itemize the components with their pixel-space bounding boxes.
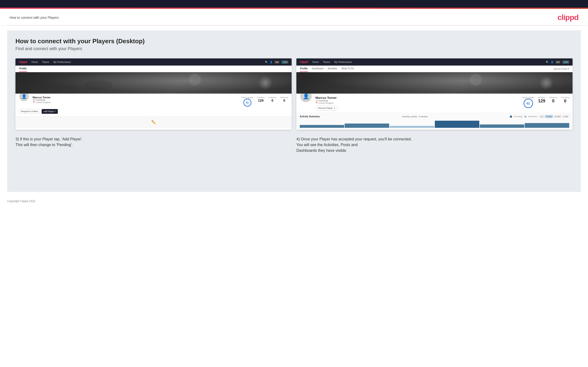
- stat-following-right: Following 0: [561, 96, 569, 104]
- main-title: How to connect with your Players (Deskto…: [16, 38, 572, 45]
- search-icon-left[interactable]: 🔍: [265, 61, 268, 63]
- activity-header: Activity Summary Monthly Activity · 6 Mo…: [300, 115, 569, 118]
- location-icon-left: 📍: [33, 101, 35, 104]
- app-tabs-right: Profile Dashboard Activities What To On …: [296, 66, 572, 72]
- page-footer: Copyright Clippd 2022: [0, 197, 588, 206]
- activity-legend: On course Off course: [510, 116, 537, 117]
- chart-bar-6: [525, 123, 569, 128]
- profile-buttons-left: Request to Follow Add Player +: [16, 109, 292, 116]
- description-left: 3) If this is your Player tap, 'Add Play…: [16, 136, 292, 153]
- svg-rect-3: [296, 72, 572, 94]
- edit-icon-left: ✏️: [151, 120, 156, 125]
- chart-bar-2: [345, 124, 389, 128]
- period-6mths[interactable]: 6 mths: [545, 115, 553, 118]
- screenshot-left: clippd Home Teams My Performance 🔍 👤 ⊕▾ …: [16, 58, 292, 130]
- quality-circle-right: 92: [524, 99, 533, 108]
- stat-followers-right: Followers 0: [549, 96, 557, 104]
- nav-home-right[interactable]: Home: [312, 61, 319, 63]
- period-1mth[interactable]: 1 mth: [562, 115, 569, 118]
- tab-whattoon-right[interactable]: What To On: [341, 66, 355, 72]
- svg-point-4: [470, 74, 482, 86]
- chart-bar-5: [480, 125, 524, 128]
- app-logo-left: clippd: [19, 60, 27, 64]
- remove-player-button[interactable]: Remove Player ✕: [315, 106, 338, 110]
- profile-banner-right: [296, 72, 572, 94]
- add-player-button[interactable]: Add Player +: [42, 109, 58, 114]
- legend-on-label: On course: [514, 116, 523, 117]
- player-location-left: 📍 United Kingdom: [33, 101, 238, 104]
- period-1yr[interactable]: 1 yr: [539, 115, 545, 118]
- profile-banner-left: [16, 72, 292, 94]
- tab-playername-right[interactable]: Marcus Turner ▾: [553, 68, 569, 70]
- profile-info-right: 👤 Marcus Turner 1-5 Handicap 📍 United Ki…: [296, 94, 572, 113]
- svg-rect-0: [16, 72, 292, 94]
- descriptions-row: 3) If this is your Player tap, 'Add Play…: [16, 136, 572, 153]
- screenshot-right: clippd Home Teams My Performance 🔍 👤 ⊕▾ …: [296, 58, 572, 130]
- profile-details-left: Marcus Turner 1-5 Handicap 📍 United King…: [33, 95, 238, 104]
- settings-icon-right[interactable]: ⊕▾: [555, 61, 560, 64]
- activity-summary-right: Activity Summary Monthly Activity · 6 Mo…: [296, 113, 572, 130]
- nav-myperformance-left[interactable]: My Performance: [53, 61, 71, 63]
- stat-quality-right: Player Quality 92: [522, 96, 534, 108]
- profile-info-left: 👤 Marcus Turner 1-5 Handicap 📍 United Ki…: [16, 94, 292, 109]
- main-content: How to connect with your Players (Deskto…: [7, 30, 581, 192]
- user-icon-left[interactable]: 👤: [270, 61, 273, 63]
- avatar-icon-right: 👤: [303, 93, 309, 100]
- nav-home-left[interactable]: Home: [31, 61, 38, 63]
- nav-teams-left[interactable]: Teams: [42, 61, 49, 63]
- clippd-logo: clippd: [558, 13, 579, 22]
- footer-text: Copyright Clippd 2022: [7, 200, 35, 203]
- tab-activities-right[interactable]: Activities: [327, 66, 337, 72]
- request-follow-button[interactable]: Request to Follow: [19, 109, 40, 114]
- user-icon-right[interactable]: 👤: [551, 61, 553, 63]
- period-3mths[interactable]: 3 mths: [553, 115, 562, 118]
- description-text-right: 4) Once your Player has accepted your re…: [296, 136, 572, 153]
- profile-details-right: Marcus Turner 1-5 Handicap 📍 United King…: [315, 95, 519, 110]
- activity-title: Activity Summary: [300, 115, 320, 118]
- chart-bar-1: [300, 125, 344, 128]
- settings-icon-left[interactable]: ⊕▾: [275, 61, 279, 64]
- globe-icon-right[interactable]: 🌐▾: [562, 61, 569, 64]
- description-right: 4) Once your Player has accepted your re…: [296, 136, 572, 153]
- avatar-icon-left: 👤: [21, 94, 27, 99]
- nav-myperformance-right[interactable]: My Performance: [334, 61, 352, 63]
- page-header-title: How to connect with your Players: [9, 16, 59, 19]
- stat-following-left: Following 0: [280, 96, 288, 102]
- activity-period: Monthly Activity · 6 Months: [402, 116, 428, 118]
- player-name-right: Marcus Turner: [315, 96, 519, 100]
- stat-activities-right: Activities 129: [538, 96, 545, 104]
- period-buttons: 1 yr 6 mths 3 mths 1 mth: [539, 115, 569, 118]
- legend-on-dot: [510, 116, 512, 117]
- player-handicap-left: 1-5 Handicap: [33, 99, 238, 101]
- legend-off-dot: [525, 116, 526, 117]
- nav-teams-right[interactable]: Teams: [323, 61, 330, 63]
- app-nav-left: clippd Home Teams My Performance 🔍 👤 ⊕▾ …: [16, 58, 292, 66]
- svg-point-1: [189, 74, 201, 86]
- stat-followers-left: Followers 0: [268, 96, 277, 102]
- app-tabs-left: Profile: [16, 66, 292, 72]
- legend-off-label: Off course: [528, 116, 537, 117]
- player-name-left: Marcus Turner: [33, 96, 238, 99]
- app-logo-right: clippd: [300, 60, 308, 64]
- top-bar: [0, 0, 588, 8]
- tab-profile-left[interactable]: Profile: [19, 66, 27, 72]
- tab-dashboard-right[interactable]: Dashboard: [311, 66, 324, 72]
- globe-icon-left[interactable]: 🌐▾: [281, 61, 288, 64]
- screenshot-bottom-left: ✏️: [16, 116, 292, 128]
- screenshots-row: clippd Home Teams My Performance 🔍 👤 ⊕▾ …: [16, 58, 572, 130]
- tab-profile-right[interactable]: Profile: [300, 66, 308, 72]
- main-subtitle: Find and connect with your Players: [16, 46, 572, 51]
- app-nav-right: clippd Home Teams My Performance 🔍 👤 ⊕▾ …: [296, 58, 572, 66]
- player-location-right: 📍 United Kingdom: [315, 102, 519, 104]
- chart-bar-4: [435, 121, 479, 128]
- svg-point-2: [84, 80, 112, 90]
- page-header: How to connect with your Players clippd: [0, 9, 588, 25]
- description-text-left: 3) If this is your Player tap, 'Add Play…: [16, 136, 292, 148]
- chart-bar-3: [390, 126, 434, 128]
- location-icon-right: 📍: [315, 102, 318, 104]
- search-icon-right[interactable]: 🔍: [546, 61, 549, 63]
- quality-circle-left: 92: [243, 99, 251, 107]
- player-handicap-right: 1-5 Handicap: [315, 100, 519, 102]
- chart-area: [300, 119, 569, 128]
- stat-activities-left: Activities 129: [257, 96, 265, 102]
